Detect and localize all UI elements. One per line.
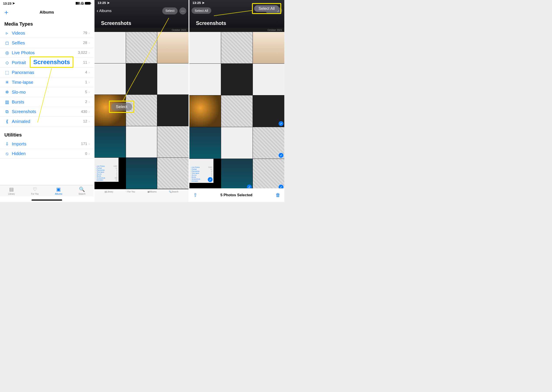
photo-thumbnail[interactable]: ▫ Live Photos3,022▫ Portrait11▫ Panorama… bbox=[95, 158, 118, 182]
photo-thumbnail[interactable] bbox=[126, 158, 157, 189]
chevron-right-icon: › bbox=[89, 80, 90, 84]
select-all-button[interactable]: Select All bbox=[192, 7, 211, 14]
photo-thumbnail[interactable] bbox=[95, 32, 126, 63]
media-type-time-lapse[interactable]: ✳ Time-lapse 1 › bbox=[0, 77, 94, 87]
share-button[interactable]: ⇧ bbox=[193, 192, 197, 198]
library-icon: ▤ bbox=[9, 187, 14, 192]
media-type-videos[interactable]: ▹ Videos 79 › bbox=[0, 28, 94, 38]
photo-thumbnail[interactable] bbox=[189, 64, 221, 95]
status-bar: 13:25 ➤ bbox=[189, 0, 284, 6]
tab-albums[interactable]: ▣Albums bbox=[55, 187, 62, 195]
select-button[interactable]: Select bbox=[162, 7, 178, 14]
photo-thumbnail[interactable] bbox=[157, 32, 188, 63]
back-button[interactable]: ‹Albums bbox=[97, 8, 111, 14]
photo-thumbnail[interactable] bbox=[189, 32, 221, 63]
photo-thumbnail[interactable] bbox=[189, 127, 221, 159]
photo-thumbnail[interactable]: ✓ bbox=[253, 127, 284, 159]
media-type-count: 11 bbox=[83, 60, 87, 65]
tab-for-you[interactable]: ♡For You bbox=[31, 187, 39, 195]
photo-thumbnail[interactable] bbox=[157, 158, 188, 189]
screenshots-selection-screen: 13:25 ➤ Select All Cancel Screenshots Oc… bbox=[189, 0, 284, 202]
album-title: Screenshots bbox=[101, 20, 131, 26]
photo-thumbnail[interactable] bbox=[126, 63, 157, 95]
media-type-count: 28 bbox=[83, 41, 87, 45]
photo-thumbnail[interactable] bbox=[221, 32, 253, 63]
photo-thumbnail[interactable] bbox=[221, 127, 253, 159]
portrait-icon: ◇ bbox=[4, 60, 10, 65]
search-icon: 🔍 bbox=[79, 187, 85, 192]
photo-thumbnail[interactable]: ✓ bbox=[253, 95, 284, 127]
photo-thumbnail[interactable] bbox=[221, 64, 253, 95]
photo-thumbnail[interactable]: ▫ Live Photos3,022▫ Portrait11▫ Panorama… bbox=[189, 159, 214, 183]
section-utilities: Utilities bbox=[0, 130, 94, 139]
media-type-hidden[interactable]: ⦸ Hidden 0 › bbox=[0, 149, 94, 159]
tab-library[interactable]: ▤Library bbox=[8, 187, 15, 195]
media-type-bursts[interactable]: ▥ Bursts 2 › bbox=[0, 97, 94, 107]
hidden-icon: ⦸ bbox=[4, 151, 10, 156]
more-button[interactable]: ⋯ bbox=[179, 7, 186, 14]
checkmark-icon: ✓ bbox=[279, 121, 283, 126]
media-type-label: Imports bbox=[10, 141, 81, 147]
photo-thumbnail[interactable] bbox=[95, 63, 126, 95]
photo-thumbnail[interactable] bbox=[126, 126, 157, 157]
signal-icon bbox=[76, 2, 80, 5]
photo-grid: October 2021 ✓✓▫ Live Photos3,022▫ Portr… bbox=[189, 28, 284, 190]
media-type-slo-mo[interactable]: ✲ Slo-mo 5 › bbox=[0, 87, 94, 97]
albums-icon: ▣ bbox=[147, 190, 149, 193]
media-type-count: 79 bbox=[83, 31, 87, 35]
photo-thumbnail[interactable] bbox=[126, 32, 157, 63]
chevron-right-icon: › bbox=[89, 90, 90, 94]
media-type-count: 4 bbox=[85, 70, 87, 75]
photo-thumbnail[interactable] bbox=[157, 126, 188, 157]
date-label: October 2021 bbox=[267, 28, 283, 31]
cancel-button[interactable]: Cancel bbox=[266, 7, 282, 14]
photo-thumbnail[interactable]: ✓ bbox=[221, 159, 253, 190]
home-indicator[interactable] bbox=[32, 199, 62, 201]
photo-thumbnail[interactable] bbox=[221, 95, 253, 127]
media-type-label: Hidden bbox=[10, 151, 85, 156]
media-type-label: Videos bbox=[10, 31, 83, 36]
location-icon: ➤ bbox=[202, 1, 205, 5]
photo-thumbnail[interactable]: ✓ bbox=[253, 159, 284, 190]
media-type-label: Selfies bbox=[10, 41, 83, 45]
media-type-animated[interactable]: ⟪ Animated 12 › bbox=[0, 117, 94, 126]
screenshots-grid-screen: 13:25 ➤ ‹Albums Select ⋯ Screenshots Oct… bbox=[95, 0, 189, 202]
media-type-label: Animated bbox=[10, 119, 83, 124]
chevron-right-icon: › bbox=[89, 142, 90, 146]
media-type-label: Panoramas bbox=[10, 70, 85, 75]
chevron-left-icon: ‹ bbox=[97, 8, 98, 14]
media-type-screenshots[interactable]: ⧉ Screenshots 430 › bbox=[0, 107, 94, 117]
media-type-imports[interactable]: ⇩ Imports 171 › bbox=[0, 139, 94, 149]
selfies-icon: ◻ bbox=[4, 40, 10, 45]
photo-thumbnail[interactable] bbox=[157, 95, 188, 126]
tab-for-you[interactable]: ♡For You bbox=[125, 190, 135, 193]
delete-button[interactable]: 🗑 bbox=[276, 192, 280, 198]
media-type-label: Live Photos bbox=[10, 50, 78, 55]
photo-thumbnail[interactable] bbox=[95, 95, 126, 126]
media-type-count: 12 bbox=[83, 119, 87, 124]
photo-thumbnail[interactable] bbox=[126, 95, 157, 126]
status-bar: 13:23 ➤ bbox=[0, 0, 94, 7]
checkmark-icon: ✓ bbox=[279, 153, 283, 158]
photo-thumbnail[interactable] bbox=[189, 95, 221, 127]
date-label: October 2021 bbox=[171, 28, 187, 31]
photo-thumbnail[interactable] bbox=[253, 32, 284, 63]
tab-albums[interactable]: ▣Albums bbox=[147, 190, 157, 193]
tab-search[interactable]: 🔍Search bbox=[78, 187, 85, 195]
photo-thumbnail[interactable] bbox=[95, 126, 126, 157]
media-type-selfies[interactable]: ◻ Selfies 28 › bbox=[0, 38, 94, 48]
photo-thumbnail[interactable] bbox=[253, 64, 284, 95]
tab-search[interactable]: 🔍Search bbox=[169, 190, 179, 193]
time-lapse-icon: ✳ bbox=[4, 80, 10, 85]
bursts-icon: ▥ bbox=[4, 99, 10, 105]
for-you-icon: ♡ bbox=[33, 187, 37, 192]
media-type-count: 171 bbox=[81, 142, 87, 146]
media-type-label: Screenshots bbox=[10, 109, 81, 114]
albums-list-screen: 13:23 ➤ ＋ Albums Media Types ▹ Videos 79… bbox=[0, 0, 95, 202]
media-type-panoramas[interactable]: ⬚ Panoramas 4 › bbox=[0, 68, 94, 77]
tab-library[interactable]: ▤Library bbox=[104, 190, 113, 193]
animated-icon: ⟪ bbox=[4, 119, 10, 124]
albums-icon: ▣ bbox=[56, 187, 61, 192]
chevron-right-icon: › bbox=[89, 152, 90, 156]
photo-thumbnail[interactable] bbox=[157, 63, 188, 95]
